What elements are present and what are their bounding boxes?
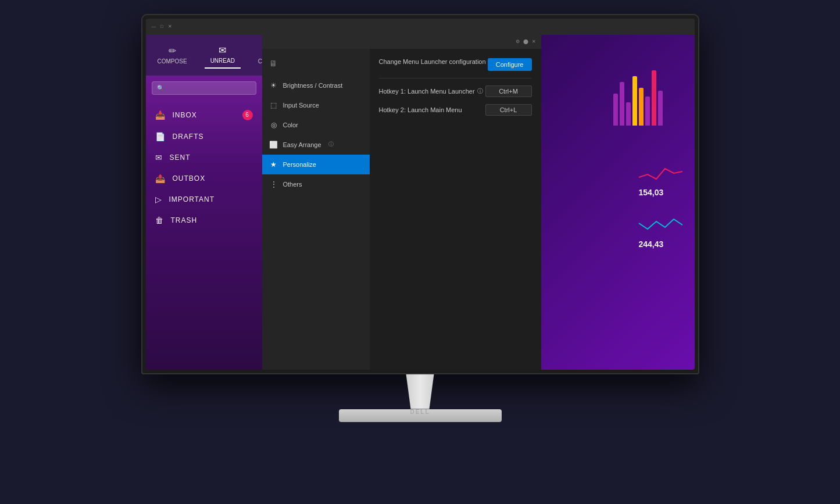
easy-arrange-label: Easy Arrange	[283, 141, 321, 148]
settings-nav-brightness[interactable]: ☀ Brightness / Contrast	[262, 76, 370, 95]
monitor-icon: 🖥	[269, 59, 277, 68]
minimize-button[interactable]: —	[151, 23, 158, 30]
settings-nav-others[interactable]: ⋮ Others	[262, 174, 370, 194]
input-source-icon: ⬚	[269, 101, 278, 110]
monitor-icon-area: 🖥	[262, 53, 370, 73]
dell-brand-logo: DELL	[410, 409, 430, 415]
settings-nav-input-source[interactable]: ⬚ Input Source	[262, 95, 370, 115]
unread-label: UNREAD	[210, 58, 235, 64]
bar-3	[626, 102, 631, 126]
stat-value-2: 244,43	[639, 240, 685, 249]
sidebar-item-inbox[interactable]: 📥 INBOX 6	[146, 104, 262, 126]
others-icon: ⋮	[269, 180, 278, 189]
stat-item-1: 154,03	[639, 163, 685, 197]
settings-gear-btn[interactable]: ⚙	[514, 38, 521, 45]
sidebar-item-sent[interactable]: ✉ SENT	[146, 147, 262, 168]
settings-content: Change Menu Launcher configuration Confi…	[370, 49, 541, 370]
brightness-icon: ☀	[269, 81, 278, 90]
app-title-bar: — □ ✕	[146, 19, 695, 35]
settings-nav: 🖥 ☀ Brightness / Contrast ⬚ Input Source	[262, 49, 370, 370]
color-label: Color	[283, 121, 298, 128]
compose-label: COMPOSE	[158, 58, 187, 65]
sidebar-item-trash[interactable]: 🗑 TRASH	[146, 210, 262, 231]
settings-nav-easy-arrange[interactable]: ⬜ Easy Arrange ⓘ	[262, 135, 370, 155]
monitor-stand-base: DELL	[339, 409, 502, 422]
others-label: Others	[283, 181, 302, 188]
settings-dot-btn[interactable]: ⬤	[523, 38, 530, 45]
important-icon: ▷	[155, 195, 162, 204]
brightness-label: Brightness / Contrast	[283, 82, 343, 89]
dell-settings-panel: ⚙ ⬤ ✕ 🖥	[262, 35, 541, 370]
maximize-button[interactable]: □	[159, 23, 166, 30]
important-label: IMPORTANT	[169, 195, 215, 203]
search-bar[interactable]: 🔍	[152, 81, 256, 95]
drafts-label: DRAFTS	[173, 133, 204, 141]
outbox-icon: 📤	[155, 174, 166, 183]
bar-8	[658, 91, 663, 126]
easy-arrange-icon: ⬜	[269, 140, 278, 149]
hotkey2-input[interactable]	[485, 104, 532, 116]
sidebar-item-drafts[interactable]: 📄 DRAFTS	[146, 126, 262, 147]
monitor-screen: — □ ✕ ✏ COMPOSE ✉	[146, 19, 695, 370]
configure-button[interactable]: Configure	[488, 58, 532, 71]
hotkey1-row: Hotkey 1: Launch Menu Launcher ⓘ	[379, 85, 532, 97]
unread-icon: ✉	[219, 45, 226, 56]
drafts-icon: 📄	[155, 132, 166, 141]
center-area: QUARTERLY MARKET ANALYSIS	[262, 35, 695, 370]
hotkey1-input[interactable]	[485, 85, 532, 97]
compose-toolbar-btn[interactable]: ✏ COMPOSE	[152, 42, 193, 68]
app-content: ✏ COMPOSE ✉ UNREAD 🏷 CATEGORIZE 🔍	[146, 35, 695, 370]
trash-icon: 🗑	[155, 216, 164, 225]
stats-area: 154,03 244,43	[639, 163, 685, 266]
settings-header: Change Menu Launcher configuration Confi…	[379, 58, 532, 78]
stat-value-1: 154,03	[639, 188, 685, 197]
outbox-label: OUTBOX	[173, 174, 206, 183]
settings-nav-personalize[interactable]: ★ Personalize	[262, 155, 370, 174]
sparkline-1	[639, 163, 685, 183]
easy-arrange-info-icon: ⓘ	[328, 141, 334, 148]
color-icon: ◎	[269, 120, 278, 130]
settings-close-btn[interactable]: ✕	[531, 38, 538, 45]
hotkey2-row: Hotkey 2: Launch Main Menu	[379, 104, 532, 116]
email-nav: 📥 INBOX 6 📄 DRAFTS ✉ SENT	[146, 101, 262, 234]
sparkline-2	[639, 215, 685, 235]
close-button[interactable]: ✕	[167, 23, 174, 30]
hotkey2-label-text: Hotkey 2: Launch Main Menu	[379, 106, 462, 113]
bar-chart	[613, 70, 683, 126]
hotkey1-label-text: Hotkey 1: Launch Menu Launcher	[379, 88, 475, 95]
bar-5	[639, 88, 644, 126]
settings-nav-color[interactable]: ◎ Color	[262, 115, 370, 135]
bar-4	[632, 76, 637, 126]
window-controls[interactable]: — □ ✕	[151, 23, 174, 30]
hotkey1-label: Hotkey 1: Launch Menu Launcher ⓘ	[379, 87, 483, 95]
inbox-badge: 6	[242, 110, 253, 120]
settings-window-controls[interactable]: ⚙ ⬤ ✕	[514, 38, 538, 45]
hotkey1-info-icon[interactable]: ⓘ	[477, 87, 483, 95]
monitor-wrapper: — □ ✕ ✏ COMPOSE ✉	[101, 14, 740, 491]
monitor-bezel: — □ ✕ ✏ COMPOSE ✉	[141, 14, 699, 374]
settings-title-bar: ⚙ ⬤ ✕	[262, 35, 541, 49]
compose-icon: ✏	[169, 45, 176, 56]
sidebar-item-important[interactable]: ▷ IMPORTANT	[146, 189, 262, 210]
settings-title-text: Change Menu Launcher configuration	[379, 58, 486, 65]
stat-item-2: 244,43	[639, 215, 685, 249]
search-icon-small: 🔍	[157, 85, 164, 91]
input-source-label: Input Source	[283, 102, 319, 109]
bar-7	[652, 70, 656, 126]
personalize-icon: ★	[269, 160, 278, 169]
sent-icon: ✉	[155, 153, 163, 162]
email-toolbar: ✏ COMPOSE ✉ UNREAD 🏷 CATEGORIZE 🔍	[146, 35, 262, 76]
bar-2	[620, 82, 624, 126]
email-sidebar: ✏ COMPOSE ✉ UNREAD 🏷 CATEGORIZE 🔍	[146, 35, 262, 370]
monitor-stand-neck	[397, 374, 444, 409]
bar-1	[613, 94, 618, 126]
inbox-label: INBOX	[173, 111, 197, 119]
inbox-icon: 📥	[155, 110, 166, 120]
settings-layout: 🖥 ☀ Brightness / Contrast ⬚ Input Source	[262, 49, 541, 370]
sidebar-item-outbox[interactable]: 📤 OUTBOX	[146, 168, 262, 189]
personalize-label: Personalize	[283, 161, 316, 168]
hotkey2-label: Hotkey 2: Launch Main Menu	[379, 106, 462, 113]
trash-label: TRASH	[171, 216, 198, 224]
unread-toolbar-btn[interactable]: ✉ UNREAD	[205, 41, 241, 69]
sent-label: SENT	[170, 153, 191, 162]
